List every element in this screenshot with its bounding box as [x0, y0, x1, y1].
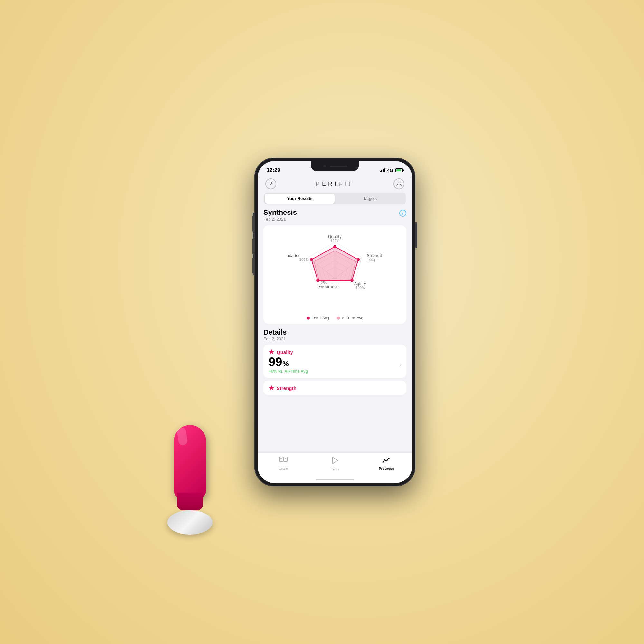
notch	[311, 161, 359, 171]
synthesis-date: Feb 2, 2021	[263, 217, 297, 222]
svg-text:Strength: Strength	[367, 253, 383, 258]
phone: 12:29 4G	[254, 158, 415, 486]
legend-feb2: Feb 2 Avg	[307, 316, 329, 320]
svg-text:100%: 100%	[356, 286, 365, 289]
home-indicator	[316, 479, 354, 480]
svg-point-15	[350, 279, 354, 282]
content-area: Synthesis Feb 2, 2021 i	[258, 208, 412, 466]
physical-device	[167, 425, 213, 535]
time-display: 12:29	[267, 167, 280, 173]
train-label: Train	[331, 467, 339, 471]
signal-icon	[380, 168, 385, 172]
radar-chart: Quality 100% Strength 150g Agility 100% …	[287, 229, 383, 315]
quality-unit: %	[282, 360, 289, 368]
app-header: ? PERIFIT	[258, 176, 412, 193]
legend: Feb 2 Avg All-Time Avg	[267, 316, 403, 320]
svg-text:Endurance: Endurance	[318, 284, 339, 289]
network-label: 4G	[387, 168, 393, 173]
details-date: Feb 2, 2021	[263, 336, 406, 341]
quality-chevron: ›	[399, 361, 401, 368]
details-title: Details	[263, 328, 406, 336]
svg-text:150g: 150g	[367, 258, 375, 262]
tab-targets[interactable]: Targets	[335, 194, 405, 204]
svg-marker-12	[311, 247, 358, 280]
tabs-row: Your Results Targets	[264, 193, 406, 204]
nav-train[interactable]: Train	[322, 457, 348, 471]
progress-label: Progress	[379, 467, 394, 470]
svg-point-16	[316, 279, 319, 282]
help-button[interactable]: ?	[265, 178, 276, 189]
svg-text:100%: 100%	[299, 258, 308, 261]
quality-value: 99	[269, 356, 282, 368]
nav-learn[interactable]: Learn	[270, 457, 296, 470]
radar-card: Quality 100% Strength 150g Agility 100% …	[263, 225, 406, 324]
train-icon	[331, 457, 338, 466]
quality-card[interactable]: Quality 99 % +6% vs. All-Time Avg ›	[263, 345, 406, 378]
learn-icon	[279, 457, 288, 466]
svg-text:25s: 25s	[321, 281, 327, 285]
quality-label: Quality	[277, 349, 293, 355]
svg-text:Relaxation: Relaxation	[287, 253, 301, 258]
quality-icon	[269, 349, 274, 355]
legend-alltime: All-Time Avg	[337, 316, 364, 320]
radar-container: Quality 100% Strength 150g Agility 100% …	[267, 229, 403, 315]
progress-icon	[382, 457, 391, 466]
app-title: PERIFIT	[316, 181, 354, 187]
svg-text:Quality: Quality	[328, 234, 342, 239]
svg-text:Agility: Agility	[354, 281, 366, 286]
tab-your-results[interactable]: Your Results	[265, 194, 335, 204]
strength-card-partial[interactable]: Strength	[263, 381, 406, 395]
quality-change: +6% vs. All-Time Avg	[269, 369, 308, 374]
strength-label: Strength	[277, 385, 297, 391]
synthesis-title: Synthesis	[263, 208, 297, 217]
nav-progress[interactable]: Progress	[374, 457, 399, 470]
strength-icon	[269, 385, 274, 391]
profile-button[interactable]	[393, 178, 404, 189]
svg-text:100%: 100%	[330, 239, 339, 242]
bottom-nav: Learn Train	[258, 452, 412, 483]
learn-label: Learn	[279, 467, 288, 470]
battery-icon	[395, 168, 403, 172]
info-icon[interactable]: i	[399, 210, 406, 217]
svg-point-14	[357, 258, 360, 261]
svg-point-13	[333, 245, 336, 248]
svg-point-17	[310, 258, 313, 261]
phone-screen: 12:29 4G	[258, 161, 412, 483]
